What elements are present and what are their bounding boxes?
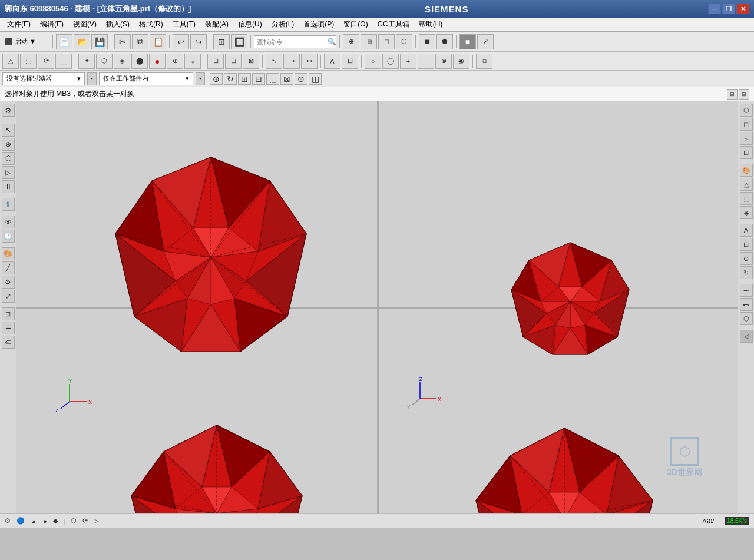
r2-btn3[interactable]: ◈ — [114, 54, 130, 69]
r2-btn20[interactable]: ⊗ — [435, 54, 452, 69]
side-settings-btn[interactable]: ⚙ — [2, 104, 15, 117]
render2-btn[interactable]: ⬟ — [436, 34, 453, 49]
color-btn[interactable]: ■ — [459, 34, 476, 49]
rside-btn12[interactable]: ↻ — [740, 266, 753, 279]
side-gear2-btn[interactable]: ⚙ — [2, 276, 15, 289]
rside-btn3[interactable]: ⬦ — [740, 132, 753, 145]
sweep-btn[interactable]: ⬜ — [55, 54, 72, 69]
r2-btn8[interactable]: ⊞ — [207, 54, 224, 69]
rside-btn15[interactable]: ⬡ — [740, 312, 753, 325]
side-info-btn[interactable]: ℹ — [2, 198, 15, 211]
side-view-btn[interactable]: 👁 — [2, 216, 15, 228]
search-input[interactable] — [257, 38, 328, 45]
menu-tools[interactable]: 工具(T) — [168, 18, 200, 31]
command-search[interactable]: 🔍 — [254, 35, 336, 48]
r2-btn22[interactable]: ⧉ — [476, 54, 492, 69]
rside-btn1[interactable]: ⬡ — [740, 104, 753, 117]
r2-btn10[interactable]: ⊠ — [243, 54, 259, 69]
r2-btn5[interactable]: ● — [149, 54, 166, 69]
r2-btn16[interactable]: ○ — [365, 54, 381, 69]
filter-btn6[interactable]: ⊠ — [280, 73, 293, 85]
side-time-btn[interactable]: 🕐 — [2, 230, 15, 243]
cut-btn[interactable]: ✂ — [114, 34, 131, 49]
side-palette-btn[interactable]: 🎨 — [2, 247, 15, 260]
view2-btn[interactable]: 🖥 — [361, 34, 377, 49]
sketch-btn[interactable]: △ — [2, 54, 19, 69]
snap-btn[interactable]: 🔲 — [231, 34, 247, 49]
filter-btn1[interactable]: ⊕ — [210, 73, 223, 85]
filter-combo-2[interactable]: 仅在工作部件内 ▾ — [99, 72, 193, 85]
filter1-arrow[interactable]: ▾ — [87, 72, 97, 85]
save-btn[interactable]: 💾 — [91, 34, 108, 49]
minimize-button[interactable]: — — [708, 4, 721, 14]
menu-edit[interactable]: 编辑(E) — [35, 18, 68, 31]
side-select-btn[interactable]: ↖ — [2, 124, 15, 137]
r2-btn12[interactable]: ⊸ — [283, 54, 300, 69]
side-btn5[interactable]: ⏸ — [2, 180, 15, 193]
view4-btn[interactable]: ⬡ — [396, 34, 412, 49]
copy-btn[interactable]: ⧉ — [132, 34, 148, 49]
filter-btn4[interactable]: ⊟ — [252, 73, 265, 85]
menu-analysis[interactable]: 分析(L) — [267, 18, 299, 31]
r2-btn7[interactable]: ⬦ — [184, 54, 201, 69]
start-button[interactable]: ⬛ 启动 ▼ — [2, 35, 49, 48]
close-button[interactable]: ✕ — [736, 4, 749, 14]
menu-help[interactable]: 帮助(H) — [414, 18, 448, 31]
undo-btn[interactable]: ↩ — [173, 34, 189, 49]
side-line-btn[interactable]: ╱ — [2, 261, 15, 274]
r2-btn21[interactable]: ◉ — [453, 54, 469, 69]
menu-gc[interactable]: GC工具箱 — [373, 18, 414, 31]
r2-btn18[interactable]: + — [400, 54, 416, 69]
grid-btn[interactable]: ⊞ — [213, 34, 230, 49]
side-grid-btn[interactable]: ⊞ — [2, 307, 15, 320]
r2-btn6[interactable]: ⊕ — [167, 54, 183, 69]
rside-btn2[interactable]: ◻ — [740, 118, 753, 131]
side-move-btn[interactable]: ⤢ — [2, 290, 15, 303]
side-tag-btn[interactable]: 🏷 — [2, 336, 15, 349]
menu-file[interactable]: 文件(E) — [2, 18, 35, 31]
r2-btn15[interactable]: ⊡ — [342, 54, 358, 69]
rside-btn7[interactable]: ⬚ — [740, 192, 753, 205]
open-btn[interactable]: 📂 — [74, 34, 90, 49]
r2-btn19[interactable]: — — [418, 54, 434, 69]
side-btn3[interactable]: ⬡ — [2, 152, 15, 165]
rside-btn14[interactable]: ⊷ — [740, 298, 753, 311]
r2-btn9[interactable]: ⊟ — [225, 54, 242, 69]
side-btn4[interactable]: ▷ — [2, 166, 15, 179]
r2-btn1[interactable]: ✦ — [78, 54, 95, 69]
rside-btn4[interactable]: ⊞ — [740, 146, 753, 159]
filter-combo-1[interactable]: 没有选择过滤器 ▾ — [2, 72, 85, 85]
vp-layout-btn1[interactable]: ⊞ — [727, 89, 738, 100]
menu-insert[interactable]: 插入(S) — [101, 18, 134, 31]
view3-btn[interactable]: ◻ — [378, 34, 395, 49]
rside-collapse[interactable]: ◁ — [740, 330, 753, 343]
side-btn2[interactable]: ⊕ — [2, 138, 15, 151]
r2-btn14[interactable]: Α — [324, 54, 340, 69]
menu-assembly[interactable]: 装配(A) — [200, 18, 233, 31]
r2-btn17[interactable]: ◯ — [382, 54, 399, 69]
rside-btn6[interactable]: △ — [740, 178, 753, 191]
rside-btn5[interactable]: 🎨 — [740, 164, 753, 177]
rside-btn9[interactable]: Α — [740, 224, 753, 237]
revolve-btn[interactable]: ⟳ — [38, 54, 54, 69]
new-btn[interactable]: 📄 — [56, 34, 72, 49]
filter-btn2[interactable]: ↻ — [224, 73, 237, 85]
render1-btn[interactable]: ◼ — [419, 34, 435, 49]
menu-info[interactable]: 信息(U) — [233, 18, 267, 31]
rside-btn10[interactable]: ⊡ — [740, 238, 753, 251]
r2-btn11[interactable]: ⤡ — [266, 54, 282, 69]
menu-view[interactable]: 视图(V) — [68, 18, 101, 31]
filter-btn8[interactable]: ◫ — [309, 73, 322, 85]
menu-window[interactable]: 窗口(O) — [339, 18, 372, 31]
search-icon[interactable]: 🔍 — [328, 38, 336, 46]
redo-btn[interactable]: ↪ — [190, 34, 207, 49]
menu-preferences[interactable]: 首选项(P) — [299, 18, 339, 31]
r2-btn2[interactable]: ⬡ — [96, 54, 113, 69]
orient-btn[interactable]: ⤢ — [477, 34, 494, 49]
filter-btn5[interactable]: ⬚ — [266, 73, 279, 85]
menu-format[interactable]: 格式(R) — [134, 18, 168, 31]
view1-btn[interactable]: ⊕ — [343, 34, 359, 49]
paste-btn[interactable]: 📋 — [150, 34, 166, 49]
restore-button[interactable]: ❐ — [722, 4, 735, 14]
rside-btn11[interactable]: ⊕ — [740, 252, 753, 265]
